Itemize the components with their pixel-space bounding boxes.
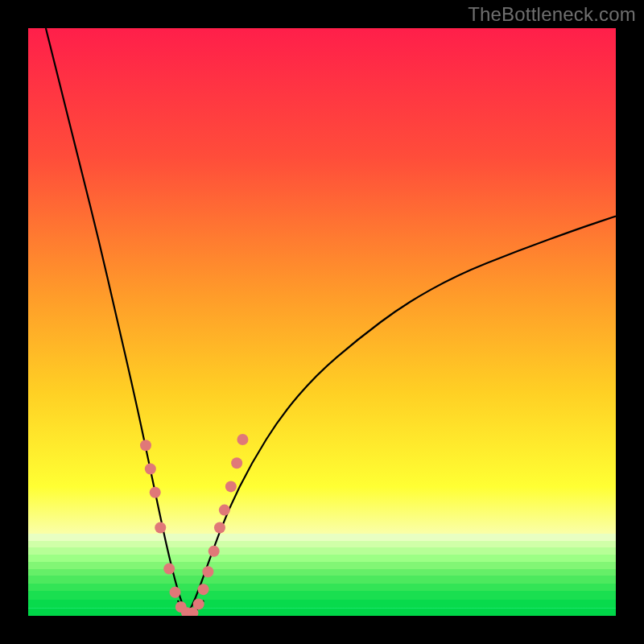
bottleneck-curve [46, 28, 616, 611]
valley-dot [231, 457, 242, 469]
valley-dot [163, 564, 175, 575]
valley-dot [214, 522, 225, 534]
plot-area [28, 28, 616, 616]
valley-dot [225, 481, 237, 492]
valley-dot [198, 584, 209, 595]
chart-frame: TheBottleneck.com [0, 0, 644, 644]
valley-dot [208, 546, 220, 557]
curve-svg [28, 28, 616, 616]
valley-dot [155, 522, 166, 534]
valley-dot [219, 505, 230, 516]
valley-dot [170, 587, 181, 598]
valley-dot [145, 464, 156, 475]
valley-dot [140, 440, 151, 451]
valley-dot [193, 598, 204, 609]
valley-dot [150, 487, 161, 498]
valley-dot [202, 566, 213, 577]
valley-dot [237, 434, 248, 445]
watermark-text: TheBottleneck.com [468, 3, 636, 26]
valley-dots [140, 434, 248, 616]
